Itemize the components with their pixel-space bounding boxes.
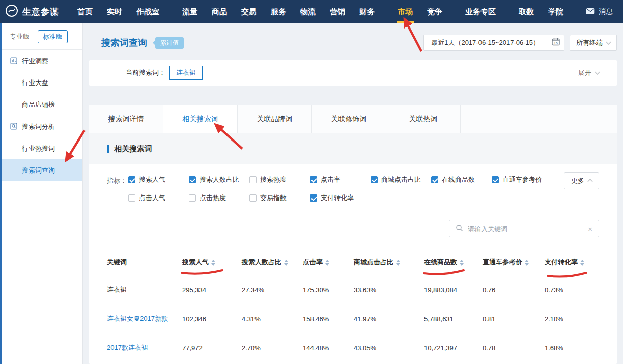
nav-divider <box>171 8 171 16</box>
tab-modifier-words[interactable]: 关联修饰词 <box>312 105 386 133</box>
version-tab-pro[interactable]: 专业版 <box>10 32 30 41</box>
tab-search-detail[interactable]: 搜索词详情 <box>89 105 163 133</box>
metric-checkbox-online-products[interactable]: 在线商品数 <box>431 175 492 184</box>
sort-icon[interactable] <box>580 260 584 266</box>
nav-item-logistics[interactable]: 物流 <box>293 0 323 23</box>
message-button[interactable]: 消息 <box>586 7 616 16</box>
checkbox-icon <box>249 194 257 202</box>
nav-item-market[interactable]: 市场 <box>390 0 420 23</box>
content-card: 搜索词详情 相关搜索词 关联品牌词 关联修饰词 关联热词 相关搜索词 指标： <box>89 105 617 364</box>
nav-item-trade[interactable]: 交易 <box>234 0 264 23</box>
metric-checkbox-mall-click-ratio[interactable]: 商城点击占比 <box>371 175 431 184</box>
sort-icon[interactable] <box>325 260 329 266</box>
cell-searcher-ratio: 27.34% <box>242 275 303 304</box>
more-metrics-button[interactable]: 更多 <box>564 172 599 189</box>
tab-hot-words[interactable]: 关联热词 <box>386 105 461 133</box>
metric-checkbox-click-popularity[interactable]: 点击人气 <box>128 193 189 203</box>
page-title: 搜索词查询 <box>101 37 147 49</box>
nav-item-service[interactable]: 服务 <box>264 0 293 23</box>
column-header-click-rate[interactable]: 点击率 <box>303 249 354 275</box>
tab-related-search[interactable]: 相关搜索词 <box>163 105 238 133</box>
expand-toggle[interactable]: 展开 <box>578 68 599 77</box>
tab-bar-filler <box>461 105 617 133</box>
date-range-picker[interactable]: 最近1天（2017-06-15~2017-06-15） <box>423 35 547 51</box>
sort-icon[interactable] <box>396 260 400 266</box>
cell-mall-click-ratio: 33.63% <box>354 275 424 304</box>
keyword-search-input[interactable] <box>468 225 583 233</box>
current-term-label: 当前搜索词： <box>126 68 165 77</box>
sidebar-item-search-analysis[interactable]: 搜索词分析 <box>2 116 82 137</box>
metric-label: 搜索人气 <box>139 175 165 184</box>
metric-checkbox-click-heat[interactable]: 点击热度 <box>189 193 249 203</box>
nav-item-business-zone[interactable]: 业务专区 <box>458 0 503 23</box>
column-label: 直通车参考价 <box>483 258 522 266</box>
metric-checkbox-payment-conversion[interactable]: 支付转化率 <box>310 193 371 203</box>
section-title: 相关搜索词 <box>114 144 152 154</box>
metric-checkbox-search-popularity[interactable]: 搜索人气 <box>128 175 189 184</box>
metric-checkbox-trade-index[interactable]: 交易指数 <box>249 193 310 203</box>
metric-label: 商城点击占比 <box>381 175 421 184</box>
metric-checkbox-click-rate[interactable]: 点击率 <box>310 175 371 184</box>
current-term-chip[interactable]: 连衣裙 <box>169 66 203 80</box>
nav-item-war-room[interactable]: 作战室 <box>129 0 166 23</box>
tab-brand-words[interactable]: 关联品牌词 <box>238 105 312 133</box>
checkbox-icon <box>371 176 378 183</box>
nav-item-realtime[interactable]: 实时 <box>100 0 129 23</box>
version-tab-standard[interactable]: 标准版 <box>38 30 68 43</box>
keyword-cell[interactable]: 连衣裙女夏2017新款 <box>107 315 168 322</box>
column-header-searcher-ratio[interactable]: 搜索人数占比 <box>242 249 303 275</box>
metric-label: 点击率 <box>321 175 341 184</box>
nav-item-marketing[interactable]: 营销 <box>323 0 352 23</box>
cell-search-popularity: 295,334 <box>182 275 242 304</box>
sidebar-item-label: 商品店铺榜 <box>22 100 55 109</box>
sidebar-item-industry-overview[interactable]: 行业大盘 <box>2 72 82 94</box>
main-content: 搜索词查询 累计值 最近1天（2017-06-15~2017-06-15） 15… <box>83 23 623 364</box>
message-label: 消息 <box>599 7 613 16</box>
column-header-online-products[interactable]: 在线商品数 <box>424 249 483 275</box>
column-header-ztc-ref-price[interactable]: 直通车参考价 <box>483 249 545 275</box>
cell-online-products: 5,788,631 <box>424 304 483 333</box>
nav-item-finance[interactable]: 财务 <box>352 0 382 23</box>
checkbox-icon <box>249 176 257 183</box>
column-header-mall-click-ratio[interactable]: 商城点击占比 <box>354 249 424 275</box>
sidebar-item-hot-search-words[interactable]: 行业热搜词 <box>2 137 82 159</box>
nav-item-traffic[interactable]: 流量 <box>175 0 205 23</box>
checkbox-icon <box>310 194 317 202</box>
metric-checkbox-ztc-ref-price[interactable]: 直通车参考价 <box>492 175 552 184</box>
app: 生意参谋 首页 实时 作战室 流量 商品 交易 服务 物流 营销 财务 市场 竞… <box>0 0 623 364</box>
metric-checkbox-search-heat[interactable]: 搜索热度 <box>249 175 310 184</box>
brand[interactable]: 生意参谋 <box>5 4 59 19</box>
sort-icon[interactable] <box>284 260 288 266</box>
nav-item-competition[interactable]: 竞争 <box>420 0 449 23</box>
section-marker <box>107 145 109 153</box>
chevron-down-icon <box>595 70 600 75</box>
keyword-cell[interactable]: 2017款连衣裙 <box>107 344 148 351</box>
metric-checkbox-searcher-ratio[interactable]: 搜索人数占比 <box>189 175 249 184</box>
page-header: 搜索词查询 累计值 最近1天（2017-06-15~2017-06-15） 15… <box>89 34 617 52</box>
sort-icon[interactable] <box>211 260 215 266</box>
logo-icon <box>5 4 18 19</box>
sidebar-item-industry-insight[interactable]: 行业洞察 <box>2 50 82 72</box>
column-label: 商城点击占比 <box>354 258 393 266</box>
keyword-search-box[interactable]: × <box>449 220 599 237</box>
column-header-payment-conversion[interactable]: 支付转化率 <box>545 249 599 275</box>
terminal-select[interactable]: 所有终端 <box>570 35 617 51</box>
sidebar: 专业版 标准版 行业洞察 行业大盘 商品店铺榜 <box>0 23 83 364</box>
nav-items: 首页 实时 作战室 流量 商品 交易 服务 物流 营销 财务 市场 竞争 业务专… <box>70 0 579 23</box>
nav-item-home[interactable]: 首页 <box>70 0 100 23</box>
cell-ztc-ref-price: 0.81 <box>483 304 545 333</box>
cell-payment-conversion: 2.10% <box>545 304 599 333</box>
sort-icon[interactable] <box>460 260 464 266</box>
column-header-search-popularity[interactable]: 搜索人气 <box>182 249 242 275</box>
sidebar-item-search-word-query[interactable]: 搜索词查询 <box>2 159 82 181</box>
checkbox-icon <box>492 176 499 183</box>
sidebar-item-product-shop-rank[interactable]: 商品店铺榜 <box>2 94 82 116</box>
clear-icon[interactable]: × <box>588 225 592 233</box>
nav-divider <box>386 8 386 16</box>
date-range-label: 最近1天（2017-06-15~2017-06-15） <box>431 38 540 47</box>
nav-item-product[interactable]: 商品 <box>205 0 234 23</box>
nav-item-data-extract[interactable]: 取数 <box>512 0 541 23</box>
sort-icon[interactable] <box>525 260 529 266</box>
calendar-button[interactable]: 15 <box>547 35 564 51</box>
nav-item-academy[interactable]: 学院 <box>541 0 571 23</box>
